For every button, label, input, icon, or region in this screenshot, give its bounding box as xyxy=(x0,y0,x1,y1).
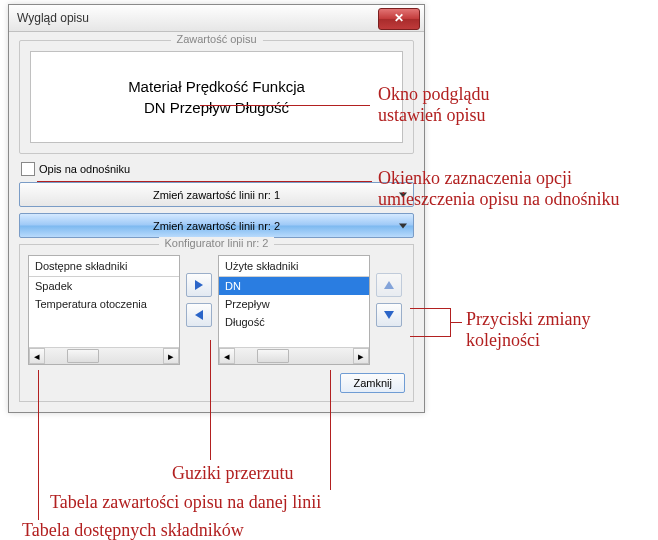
reorder-buttons xyxy=(376,255,402,327)
chevron-down-icon xyxy=(399,223,407,228)
on-reference-label: Opis na odnośniku xyxy=(39,163,130,175)
arrow-up-icon xyxy=(384,281,394,289)
list-item[interactable]: Spadek xyxy=(29,277,179,295)
content-groupbox: Zawartość opisu Materiał Prędkość Funkcj… xyxy=(19,40,414,154)
callout-text: Tabela zawartości opisu na danej linii xyxy=(50,492,321,512)
dialog-window: Wygląd opisu ✕ Zawartość opisu Materiał … xyxy=(8,4,425,413)
content-legend: Zawartość opisu xyxy=(170,33,262,45)
configurator-groupbox: Konfigurator linii nr: 2 Dostępne składn… xyxy=(19,244,414,402)
move-down-button[interactable] xyxy=(376,303,402,327)
move-left-button[interactable] xyxy=(186,303,212,327)
line1-combo[interactable]: Zmień zawartość linii nr: 1 xyxy=(19,182,414,207)
used-scrollbar[interactable]: ◂ ▸ xyxy=(219,347,369,364)
used-header: Użyte składniki xyxy=(219,256,369,277)
dialog-body: Zawartość opisu Materiał Prędkość Funkcj… xyxy=(9,32,424,412)
scroll-right-icon[interactable]: ▸ xyxy=(163,348,179,364)
scroll-left-icon[interactable]: ◂ xyxy=(29,348,45,364)
arrow-right-icon xyxy=(195,280,203,290)
on-reference-checkbox[interactable] xyxy=(21,162,35,176)
list-item[interactable]: Przepływ xyxy=(219,295,369,313)
list-item[interactable]: Długość xyxy=(219,313,369,331)
line2-combo-label: Zmień zawartość linii nr: 2 xyxy=(153,220,280,232)
scroll-thumb[interactable] xyxy=(67,349,99,363)
available-header: Dostępne składniki xyxy=(29,256,179,277)
used-list: Użyte składniki DN Przepływ Długość ◂ ▸ xyxy=(218,255,370,365)
callout-line xyxy=(410,308,450,309)
callout-transfer: Guziki przerzutu xyxy=(172,463,293,484)
callout-line xyxy=(450,322,462,323)
callout-text: Okienko zaznaczenia opcji xyxy=(378,168,572,188)
close-button[interactable]: Zamknij xyxy=(340,373,405,393)
callout-text: Tabela dostępnych składników xyxy=(22,520,244,540)
configurator-legend: Konfigurator linii nr: 2 xyxy=(159,237,275,249)
callout-line xyxy=(38,370,39,520)
callout-used-table: Tabela zawartości opisu na danej linii xyxy=(50,492,321,513)
line1-combo-label: Zmień zawartość linii nr: 1 xyxy=(153,189,280,201)
callout-line xyxy=(200,105,370,106)
list-item[interactable]: Temperatura otoczenia xyxy=(29,295,179,313)
available-list: Dostępne składniki Spadek Temperatura ot… xyxy=(28,255,180,365)
on-reference-checkbox-row: Opis na odnośniku xyxy=(21,162,414,176)
callout-reorder: Przyciski zmiany kolejności xyxy=(466,309,590,350)
close-icon[interactable]: ✕ xyxy=(378,8,420,30)
move-up-button[interactable] xyxy=(376,273,402,297)
callout-text: Guziki przerzutu xyxy=(172,463,293,483)
arrow-down-icon xyxy=(384,311,394,319)
move-right-button[interactable] xyxy=(186,273,212,297)
preview-line-1: Materiał Prędkość Funkcja xyxy=(128,76,305,97)
callout-text: Okno podglądu xyxy=(378,84,490,104)
callout-line xyxy=(210,340,211,460)
arrow-left-icon xyxy=(195,310,203,320)
preview-area: Materiał Prędkość Funkcja DN Przepływ Dł… xyxy=(30,51,403,143)
available-scrollbar[interactable]: ◂ ▸ xyxy=(29,347,179,364)
line2-combo[interactable]: Zmień zawartość linii nr: 2 xyxy=(19,213,414,238)
list-item[interactable]: DN xyxy=(219,277,369,295)
callout-text: Przyciski zmiany xyxy=(466,309,590,329)
scroll-thumb[interactable] xyxy=(257,349,289,363)
callout-text: kolejności xyxy=(466,330,540,350)
callout-preview: Okno podglądu ustawień opisu xyxy=(378,84,490,125)
callout-text: umieszczenia opisu na odnośniku xyxy=(378,189,619,209)
scroll-right-icon[interactable]: ▸ xyxy=(353,348,369,364)
callout-line xyxy=(410,336,450,337)
window-title: Wygląd opisu xyxy=(17,11,89,25)
transfer-buttons xyxy=(186,255,212,327)
titlebar: Wygląd opisu ✕ xyxy=(9,5,424,32)
scroll-left-icon[interactable]: ◂ xyxy=(219,348,235,364)
callout-text: ustawień opisu xyxy=(378,105,486,125)
callout-available-table: Tabela dostępnych składników xyxy=(22,520,244,540)
callout-checkbox: Okienko zaznaczenia opcji umieszczenia o… xyxy=(378,168,619,209)
preview-line-2: DN Przepływ Długość xyxy=(144,97,289,118)
callout-line xyxy=(330,370,331,490)
callout-line xyxy=(37,181,372,182)
